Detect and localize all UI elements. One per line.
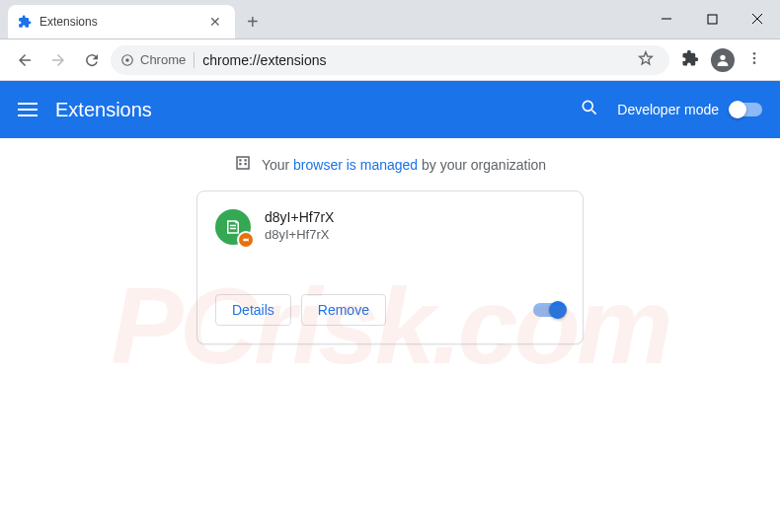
hamburger-menu-icon[interactable] (18, 103, 38, 116)
building-icon (234, 154, 252, 175)
back-button[interactable] (10, 45, 39, 75)
svg-line-11 (592, 111, 596, 114)
omnibox-divider (194, 52, 195, 68)
developer-mode-toggle[interactable] (731, 103, 762, 116)
extension-enable-toggle[interactable] (533, 303, 565, 317)
bookmark-star-icon[interactable] (638, 50, 654, 70)
extensions-header: Extensions Developer mode (0, 81, 780, 138)
extension-badge-icon (237, 231, 255, 249)
content-area: Your browser is managed by your organiza… (0, 138, 780, 344)
svg-point-5 (125, 58, 129, 62)
managed-suffix: by your organization (418, 157, 546, 173)
managed-prefix: Your (262, 157, 293, 173)
address-bar[interactable]: Chrome chrome://extensions (111, 45, 669, 75)
svg-point-8 (753, 56, 756, 59)
extension-description: d8yI+Hf7rX (265, 227, 334, 242)
details-button[interactable]: Details (215, 294, 291, 326)
kebab-menu-icon[interactable] (746, 50, 762, 70)
tab-title: Extensions (39, 15, 205, 29)
profile-avatar-icon[interactable] (711, 48, 735, 72)
puzzle-icon (18, 15, 32, 29)
forward-button[interactable] (43, 45, 73, 75)
managed-text: Your browser is managed by your organiza… (262, 157, 546, 173)
developer-mode-label: Developer mode (617, 102, 719, 117)
window-titlebar: Extensions ✕ + (0, 0, 780, 39)
extension-card: d8yI+Hf7rX d8yI+Hf7rX Details Remove (196, 190, 584, 344)
remove-button[interactable]: Remove (301, 294, 386, 326)
chrome-chip: Chrome (120, 52, 186, 67)
extension-icon (215, 209, 251, 245)
chrome-icon (120, 53, 134, 67)
url-text: chrome://extensions (202, 52, 630, 68)
extension-name: d8yI+Hf7rX (265, 209, 334, 225)
maximize-button[interactable] (689, 0, 735, 38)
managed-link[interactable]: browser is managed (293, 157, 418, 173)
svg-point-7 (753, 52, 756, 55)
managed-banner: Your browser is managed by your organiza… (0, 138, 780, 190)
reload-button[interactable] (77, 45, 107, 75)
close-tab-icon[interactable]: ✕ (205, 14, 225, 30)
browser-toolbar: Chrome chrome://extensions (0, 39, 780, 81)
extensions-puzzle-icon[interactable] (681, 49, 699, 71)
close-window-button[interactable] (735, 0, 780, 38)
page-title: Extensions (55, 99, 580, 121)
svg-point-9 (753, 61, 756, 64)
svg-point-10 (584, 101, 593, 111)
browser-tab[interactable]: Extensions ✕ (8, 5, 235, 38)
svg-point-6 (720, 54, 725, 59)
new-tab-button[interactable]: + (235, 5, 271, 38)
chrome-chip-label: Chrome (140, 52, 186, 67)
svg-rect-1 (708, 15, 717, 24)
search-icon[interactable] (580, 98, 599, 121)
window-controls (644, 0, 780, 38)
minimize-button[interactable] (644, 0, 689, 38)
